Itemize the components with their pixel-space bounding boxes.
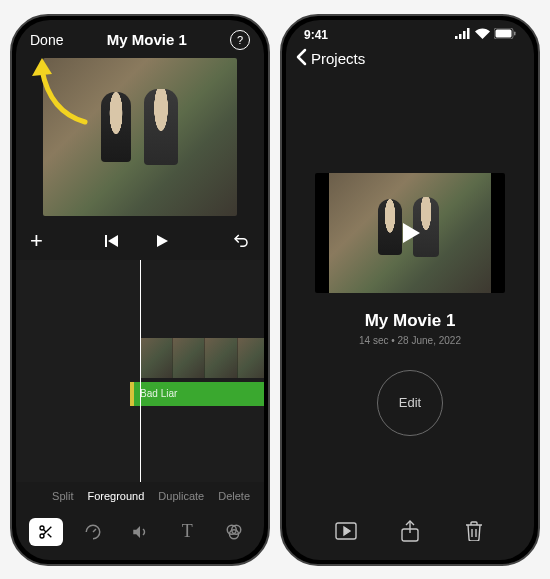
clip-action-bar: Split Foreground Duplicate Delete — [16, 482, 264, 510]
tool-bar: T — [16, 510, 264, 560]
svg-marker-23 — [344, 527, 350, 535]
share-icon[interactable] — [399, 520, 421, 542]
svg-line-6 — [47, 533, 51, 537]
foreground-button[interactable]: Foreground — [87, 490, 144, 502]
done-button[interactable]: Done — [30, 32, 63, 48]
audio-clip-label: Bad Liar — [140, 388, 177, 399]
chevron-left-icon — [296, 48, 307, 69]
audio-clip[interactable]: Bad Liar — [130, 382, 264, 406]
delete-button[interactable]: Delete — [218, 490, 250, 502]
svg-line-8 — [93, 529, 96, 532]
play-icon[interactable] — [154, 233, 170, 249]
playhead[interactable] — [140, 260, 141, 482]
duplicate-button[interactable]: Duplicate — [158, 490, 204, 502]
help-icon[interactable]: ? — [230, 30, 250, 50]
editor-viewport: Done My Movie 1 ? + — [16, 20, 264, 560]
plus-icon[interactable]: + — [30, 228, 43, 254]
split-button[interactable]: Split — [52, 490, 73, 502]
text-icon[interactable]: T — [170, 518, 204, 546]
project-title: My Movie 1 — [107, 31, 187, 48]
clip-thumbnail[interactable] — [173, 338, 206, 378]
svg-line-7 — [43, 529, 46, 532]
play-outline-icon[interactable] — [335, 520, 357, 542]
trash-icon[interactable] — [463, 520, 485, 542]
svg-rect-15 — [459, 34, 462, 39]
speedometer-icon[interactable] — [76, 518, 110, 546]
svg-marker-9 — [133, 526, 140, 538]
project-viewport: 9:41 Projects — [286, 20, 534, 560]
project-title: My Movie 1 — [365, 311, 456, 331]
back-label: Projects — [311, 50, 365, 67]
timeline[interactable]: Bad Liar — [16, 260, 264, 482]
project-detail-screen: 9:41 Projects — [280, 14, 540, 566]
svg-rect-14 — [455, 36, 458, 39]
skip-back-icon[interactable] — [104, 233, 120, 249]
undo-icon[interactable] — [232, 232, 250, 250]
svg-marker-1 — [108, 235, 118, 247]
project-summary: My Movie 1 14 sec • 28 June, 2022 Edit — [286, 77, 534, 508]
svg-rect-20 — [514, 31, 516, 35]
video-preview[interactable] — [43, 58, 237, 216]
svg-rect-16 — [463, 31, 466, 39]
scissors-icon[interactable] — [29, 518, 63, 546]
project-action-bar — [286, 508, 534, 560]
play-overlay-icon[interactable] — [315, 173, 505, 293]
back-button[interactable]: Projects — [286, 44, 534, 77]
status-bar: 9:41 — [286, 20, 534, 44]
svg-rect-19 — [496, 29, 512, 37]
edit-button[interactable]: Edit — [377, 370, 443, 436]
svg-marker-21 — [403, 223, 420, 243]
clip-thumbnail[interactable] — [205, 338, 238, 378]
svg-rect-0 — [105, 235, 107, 247]
filters-icon[interactable] — [217, 518, 251, 546]
svg-point-3 — [40, 526, 44, 530]
project-meta: 14 sec • 28 June, 2022 — [359, 335, 461, 346]
editor-screen: Done My Movie 1 ? + — [10, 14, 270, 566]
svg-rect-17 — [467, 28, 470, 39]
volume-icon[interactable] — [123, 518, 157, 546]
svg-marker-2 — [157, 235, 168, 247]
clip-thumbnail[interactable] — [238, 338, 265, 378]
wifi-icon — [475, 28, 490, 42]
project-thumbnail[interactable] — [315, 173, 505, 293]
svg-point-4 — [40, 534, 44, 538]
cellular-signal-icon — [455, 28, 471, 42]
editor-header: Done My Movie 1 ? — [16, 20, 264, 56]
transport-bar: + — [16, 222, 264, 260]
clip-thumbnail[interactable] — [140, 338, 173, 378]
video-track[interactable] — [140, 338, 264, 378]
battery-icon — [494, 28, 516, 42]
status-time: 9:41 — [304, 28, 328, 42]
